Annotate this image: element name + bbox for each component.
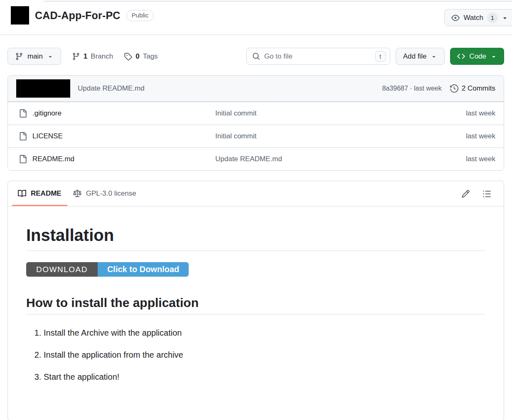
readme-tab-bar: README GPL-3.0 license bbox=[8, 181, 504, 206]
table-row[interactable]: .gitignore Initial commit last week bbox=[8, 102, 504, 125]
git-branch-icon bbox=[72, 52, 80, 61]
tab-readme-label: README bbox=[31, 189, 62, 198]
tab-readme[interactable]: README bbox=[12, 181, 67, 206]
keyboard-shortcut-hint: t bbox=[375, 51, 386, 61]
repo-toolbar: main 1 Branch 0 Tags bbox=[7, 48, 504, 65]
watch-count-badge: 1 bbox=[487, 12, 498, 23]
file-name-link[interactable]: README.md bbox=[32, 155, 74, 163]
repo-page: CAD-App-For-PC Public Watch 1 main bbox=[0, 0, 512, 420]
tags-link[interactable]: 0 Tags bbox=[124, 52, 158, 61]
table-row[interactable]: LICENSE Initial commit last week bbox=[8, 125, 504, 147]
tab-license-label: GPL-3.0 license bbox=[86, 189, 136, 198]
download-badge-label: DOWNLOAD bbox=[26, 262, 98, 277]
file-name-link[interactable]: LICENSE bbox=[32, 132, 63, 140]
file-commit-time[interactable]: last week bbox=[466, 132, 495, 140]
repo-header: CAD-App-For-PC Public Watch 1 bbox=[0, 0, 512, 35]
file-table: Update README.md 8a39687 · last week 2 C… bbox=[7, 75, 504, 171]
readme-content: Installation DOWNLOAD Click to Download … bbox=[8, 206, 504, 420]
file-icon bbox=[19, 132, 27, 140]
visibility-badge: Public bbox=[126, 10, 154, 21]
chevron-down-icon bbox=[431, 53, 437, 60]
code-button[interactable]: Code bbox=[450, 48, 504, 65]
pencil-icon[interactable] bbox=[461, 189, 470, 198]
download-badge-action: Click to Download bbox=[98, 262, 189, 277]
tag-icon bbox=[124, 52, 132, 61]
list-item: Start the application! bbox=[44, 372, 485, 382]
code-button-label: Code bbox=[469, 52, 486, 61]
code-brackets-icon bbox=[457, 52, 465, 60]
branch-count: 1 bbox=[84, 52, 87, 61]
latest-commit-message[interactable]: Update README.md bbox=[78, 84, 145, 93]
file-commit-message[interactable]: Initial commit bbox=[215, 132, 466, 140]
search-icon bbox=[252, 52, 260, 60]
watch-button[interactable]: Watch 1 bbox=[444, 9, 512, 26]
file-icon bbox=[19, 155, 27, 163]
readme-panel: README GPL-3.0 license Installation D bbox=[7, 181, 504, 420]
install-steps-list: Install the Archive with the application… bbox=[26, 328, 485, 382]
git-branch-icon bbox=[15, 52, 23, 61]
commit-author-redacted bbox=[16, 79, 70, 98]
readme-heading-how-to-install: How to install the application bbox=[26, 295, 485, 314]
repo-title[interactable]: CAD-App-For-PC bbox=[35, 10, 121, 22]
latest-commit-meta[interactable]: 8a39687 · last week bbox=[382, 85, 442, 92]
latest-commit-bar: Update README.md 8a39687 · last week 2 C… bbox=[8, 76, 504, 102]
file-commit-time[interactable]: last week bbox=[466, 109, 495, 118]
history-clock-icon bbox=[450, 84, 458, 93]
chevron-down-icon bbox=[502, 15, 508, 21]
commit-count-label: 2 Commits bbox=[462, 84, 495, 93]
tag-count: 0 bbox=[135, 52, 139, 61]
branch-selector-button[interactable]: main bbox=[7, 48, 61, 65]
eye-icon bbox=[451, 14, 460, 22]
file-name-link[interactable]: .gitignore bbox=[32, 109, 62, 118]
list-unordered-icon[interactable] bbox=[482, 189, 491, 198]
current-branch-label: main bbox=[27, 52, 43, 61]
law-scales-icon bbox=[73, 189, 81, 198]
go-to-file-search[interactable]: t bbox=[246, 48, 390, 65]
add-file-button[interactable]: Add file bbox=[396, 48, 445, 65]
watch-label: Watch bbox=[463, 14, 483, 22]
tag-count-label: Tags bbox=[143, 52, 158, 61]
table-row[interactable]: README.md Update README.md last week bbox=[8, 147, 504, 170]
branches-link[interactable]: 1 Branch bbox=[72, 52, 113, 61]
commit-history-link[interactable]: 2 Commits bbox=[450, 84, 495, 93]
chevron-down-icon bbox=[47, 53, 54, 60]
file-commit-message[interactable]: Update README.md bbox=[215, 155, 466, 163]
branch-count-label: Branch bbox=[91, 52, 113, 61]
tab-license[interactable]: GPL-3.0 license bbox=[67, 181, 142, 206]
list-item: Install the application from the archive bbox=[44, 350, 485, 360]
readme-heading-installation: Installation bbox=[26, 226, 485, 251]
chevron-down-icon bbox=[490, 53, 497, 60]
download-badge-link[interactable]: DOWNLOAD Click to Download bbox=[26, 262, 189, 277]
repo-avatar-redacted bbox=[11, 6, 29, 25]
add-file-label: Add file bbox=[403, 52, 427, 61]
file-commit-message[interactable]: Initial commit bbox=[215, 109, 466, 118]
file-commit-time[interactable]: last week bbox=[466, 155, 495, 163]
search-input[interactable] bbox=[264, 52, 371, 61]
list-item: Install the Archive with the application bbox=[44, 328, 485, 338]
file-icon bbox=[19, 109, 27, 118]
book-icon bbox=[18, 189, 26, 198]
